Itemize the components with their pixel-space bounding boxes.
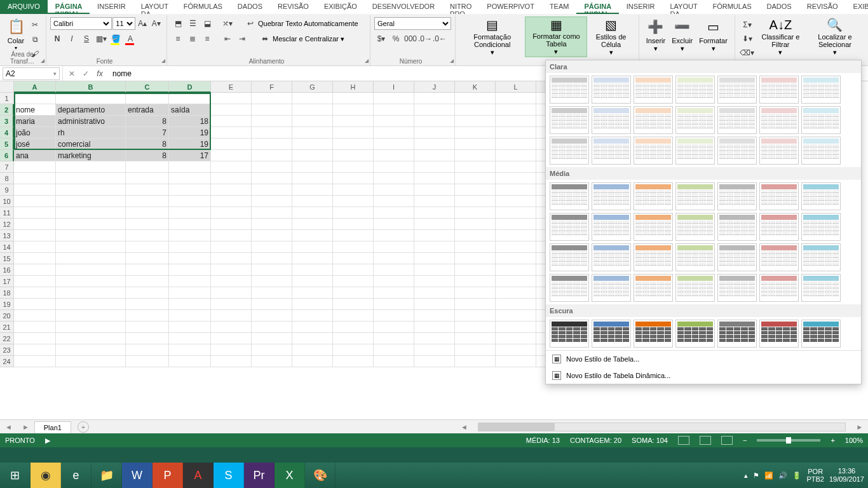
font-name-select[interactable]: Calibri [50,17,112,30]
cell[interactable] [126,93,169,104]
taskbar-powerpoint[interactable]: P [153,463,183,488]
cell[interactable] [496,116,536,127]
dialog-launcher-icon[interactable]: ◢ [449,58,455,64]
cell[interactable] [56,310,126,322]
cell[interactable] [169,299,211,310]
column-header[interactable]: J [414,81,455,93]
cell[interactable] [56,333,126,344]
table-style-swatch[interactable] [592,274,631,302]
scroll-left-icon[interactable]: ◄ [456,423,473,431]
cell[interactable] [169,241,211,253]
align-middle-button[interactable]: ☰ [186,17,200,30]
cell[interactable] [211,230,252,241]
decrease-indent-button[interactable]: ⇤ [220,32,234,46]
cell[interactable] [211,150,252,161]
row-header[interactable]: 12 [0,219,14,230]
row-header[interactable]: 7 [0,161,14,173]
cell[interactable] [496,276,536,287]
cell[interactable] [292,93,333,104]
cell[interactable] [455,184,496,196]
row-header[interactable]: 22 [0,333,14,344]
cell[interactable] [292,322,333,333]
cell[interactable] [169,276,211,287]
table-style-swatch[interactable] [550,182,589,210]
cell[interactable] [292,299,333,310]
row-header[interactable]: 5 [0,139,14,150]
table-style-swatch[interactable] [675,274,715,302]
cell[interactable] [414,287,455,299]
tab-dados[interactable]: DADOS [759,0,799,14]
cell[interactable] [211,322,252,333]
cell[interactable] [333,230,374,241]
cell[interactable]: saída [169,104,211,116]
insert-cells-button[interactable]: ➕Inserir ▾ [643,17,669,57]
cell[interactable] [252,253,292,264]
cell[interactable] [126,207,169,219]
cell[interactable] [211,173,252,184]
cell[interactable] [56,161,126,173]
cell[interactable] [252,150,292,161]
tray-clock[interactable]: 13:3619/09/2017 [829,467,864,484]
cell[interactable] [414,104,455,116]
cell[interactable] [169,310,211,322]
row-header[interactable]: 4 [0,127,14,139]
cell[interactable] [374,253,414,264]
tab-layout-da-página[interactable]: LAYOUT DA PÁGINA [133,0,176,14]
cell[interactable] [414,310,455,322]
table-style-swatch[interactable] [550,320,589,348]
cell[interactable] [126,322,169,333]
cell[interactable] [211,356,252,367]
border-button[interactable]: ▦▾ [94,32,108,46]
column-header[interactable]: B [56,81,126,93]
table-style-swatch[interactable] [759,274,799,302]
table-style-swatch[interactable] [801,213,841,241]
table-style-swatch[interactable] [717,243,757,271]
macro-record-icon[interactable]: ▶ [45,437,50,445]
cell[interactable] [414,253,455,264]
cell[interactable] [252,196,292,207]
cell[interactable] [292,333,333,344]
cell[interactable] [126,264,169,276]
taskbar-acrobat[interactable]: A [183,463,214,488]
cell[interactable]: joão [14,127,56,139]
cell[interactable] [374,207,414,219]
align-right-button[interactable]: ≡ [200,32,214,46]
taskbar-excel[interactable]: X [275,463,305,488]
cell[interactable]: nome [14,104,56,116]
table-style-swatch[interactable] [759,320,799,348]
cell[interactable] [374,344,414,356]
cell[interactable] [169,161,211,173]
format-cells-button[interactable]: ▭Formatar ▾ [696,17,731,57]
cell[interactable] [14,356,56,367]
sheet-tab[interactable]: Plan1 [34,421,71,433]
cell[interactable] [374,356,414,367]
cell[interactable] [169,184,211,196]
row-header[interactable]: 10 [0,196,14,207]
cell[interactable] [496,127,536,139]
table-style-swatch[interactable] [550,106,589,134]
cell[interactable] [292,116,333,127]
cell[interactable] [333,219,374,230]
cell[interactable] [455,93,496,104]
cell[interactable] [126,196,169,207]
clear-button[interactable]: ⌫▾ [740,46,754,60]
cell[interactable] [455,173,496,184]
cell[interactable] [496,310,536,322]
table-style-swatch[interactable] [759,213,799,241]
cell[interactable] [374,104,414,116]
cell[interactable] [252,310,292,322]
table-style-swatch[interactable] [675,213,715,241]
conditional-formatting-button[interactable]: ▤ Formatação Condicional ▾ [459,17,525,57]
column-header[interactable]: A [14,81,56,93]
table-style-swatch[interactable] [675,320,715,348]
cell[interactable]: josé [14,139,56,150]
cell[interactable] [252,322,292,333]
cell[interactable] [414,173,455,184]
cell[interactable] [126,356,169,367]
cell[interactable] [292,253,333,264]
table-style-swatch[interactable] [550,243,589,271]
cell[interactable] [374,322,414,333]
cell[interactable]: administrativo [56,116,126,127]
cell[interactable] [169,207,211,219]
new-table-style-button[interactable]: ▦Novo Estilo de Tabela... [546,351,861,367]
